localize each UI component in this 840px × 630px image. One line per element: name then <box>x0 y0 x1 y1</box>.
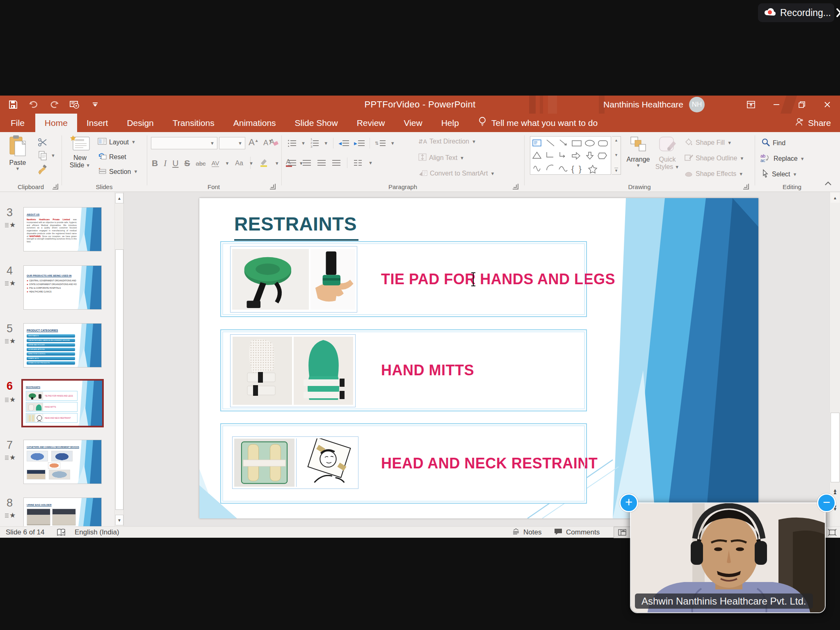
shapes-gallery-scroll[interactable]: ▲ ▼ ▼ <box>612 136 621 175</box>
head-neck-restraint-image[interactable] <box>232 436 358 489</box>
text-direction-button[interactable]: ⇵A Text Direction▼ <box>418 138 476 145</box>
scroll-up-icon[interactable]: ▲ <box>614 138 618 142</box>
slide-item-label[interactable]: HEAD AND NECK RESTRAINT <box>381 424 598 503</box>
slide-row-head-neck[interactable]: HEAD AND NECK RESTRAINT <box>220 423 587 504</box>
thumbnail-scrollbar[interactable]: ▲ ▼ <box>114 192 123 526</box>
zoom-in-button[interactable]: + <box>619 493 638 512</box>
slide-title[interactable]: RESTRAINTS <box>234 213 358 241</box>
shape-effects-button[interactable]: Shape Effects▼ <box>684 169 743 179</box>
change-case-button[interactable]: Aa <box>235 160 243 167</box>
bold-button[interactable]: B <box>152 158 158 168</box>
slide-row-tie-pad[interactable]: TIE PAD FOR HANDS AND LEGS <box>220 241 587 317</box>
restore-button[interactable] <box>789 96 815 114</box>
slide-row-hand-mitts[interactable]: HAND MITTS <box>220 329 587 411</box>
more-shapes-icon[interactable]: ▼ <box>614 168 618 173</box>
align-text-button[interactable]: Align Text▼ <box>418 153 464 162</box>
thumbnail-slide-5[interactable]: PRODUCT CATEGORIES RESTRAINTS CATHETERS … <box>23 323 102 368</box>
clipboard-dialog-launcher[interactable] <box>52 184 58 189</box>
reset-button[interactable]: Reset <box>98 153 126 162</box>
strikethrough-button[interactable]: S <box>184 158 190 168</box>
animation-indicator[interactable]: ★ <box>5 221 16 229</box>
slide-canvas[interactable]: RESTRAINTS TIE PAD FOR HANDS AND LEGS <box>199 198 758 518</box>
shapes-gallery[interactable]: { } <box>530 136 611 175</box>
spell-check-button[interactable] <box>57 527 66 538</box>
align-right-button[interactable] <box>317 160 326 166</box>
scroll-up-button[interactable]: ▲ <box>115 193 123 203</box>
notes-button[interactable]: Notes <box>512 527 541 538</box>
highlight-color-button[interactable] <box>259 158 269 169</box>
animation-indicator[interactable]: ★ <box>5 395 16 404</box>
tab-animations[interactable]: Animations <box>224 114 285 132</box>
slide-scrollbar[interactable]: ▲ ▲▲ ▼▼ <box>829 192 840 526</box>
normal-view-button[interactable] <box>614 527 631 538</box>
account-area[interactable]: Nanthinis Healthcare NH <box>603 96 705 114</box>
columns-button[interactable] <box>354 160 362 166</box>
avatar[interactable]: NH <box>689 97 705 112</box>
tie-pad-image[interactable] <box>230 246 357 313</box>
minimize-button[interactable] <box>764 96 789 114</box>
scrollbar-thumb[interactable] <box>115 249 123 510</box>
clear-formatting-button[interactable]: A <box>269 137 279 149</box>
find-button[interactable]: Find <box>761 138 785 148</box>
slide-indicator[interactable]: Slide 6 of 14 <box>6 527 45 538</box>
underline-button[interactable]: U <box>172 158 178 168</box>
tab-file[interactable]: File <box>0 114 35 132</box>
webcam-overlay[interactable]: Ashwin Nanthinis Healthcare Pvt. Ltd. <box>630 502 826 613</box>
font-name-combo[interactable]: ▼ <box>151 137 217 149</box>
scroll-down-button[interactable]: ▼ <box>115 515 123 525</box>
font-dialog-launcher[interactable] <box>270 184 276 189</box>
slide-item-label[interactable]: TIE PAD FOR HANDS AND LEGS <box>381 242 615 316</box>
layout-button[interactable]: Layout▼ <box>98 138 136 146</box>
thumbnail-slide-6-selected[interactable]: RESTRAINTS TIE PAD FOR HANDS AND LEGS HA… <box>21 379 104 427</box>
language-indicator[interactable]: English (India) <box>75 527 119 538</box>
copy-button[interactable] <box>36 150 49 161</box>
cut-button[interactable] <box>36 137 49 148</box>
justify-button[interactable] <box>332 160 340 166</box>
arrange-button[interactable]: Arrange ▼ <box>626 135 651 168</box>
line-spacing-button[interactable]: ⇅ <box>375 140 386 146</box>
scrollbar-thumb[interactable] <box>831 413 840 482</box>
dropdown-arrow-icon[interactable]: ▼ <box>51 153 55 158</box>
collapse-ribbon-button[interactable] <box>824 180 832 187</box>
animation-indicator[interactable]: ★ <box>5 511 16 520</box>
new-slide-button[interactable]: New Slide▼ <box>66 135 94 169</box>
numbering-button[interactable]: 123 <box>310 138 319 148</box>
fit-slide-to-window-button[interactable] <box>828 527 837 538</box>
animation-indicator[interactable]: ★ <box>5 337 16 345</box>
slide-thumbnail-panel[interactable]: 3 ★ ABOUT US Nanthinis Healthcare Privat… <box>0 192 124 526</box>
animation-indicator[interactable]: ★ <box>5 279 16 288</box>
thumbnail-slide-4[interactable]: OUR PRODUCTS ARE BEING USED IN ► CENTRAL… <box>23 265 102 310</box>
tab-design[interactable]: Design <box>117 114 163 132</box>
hand-mitts-image[interactable] <box>230 334 356 407</box>
strikethrough-abc-button[interactable]: abc <box>196 160 205 167</box>
thumbnail-slide-7[interactable]: CATHETERS AND CANNULA SECUREMENT DEVICES <box>23 440 102 484</box>
tab-home[interactable]: Home <box>35 114 77 132</box>
animation-indicator[interactable]: ★ <box>5 453 16 462</box>
tab-transitions[interactable]: Transitions <box>163 114 224 132</box>
comments-button[interactable]: Comments <box>554 527 600 538</box>
scroll-down-icon[interactable]: ▼ <box>614 153 618 157</box>
bullets-button[interactable] <box>288 140 296 147</box>
shape-outline-button[interactable]: Shape Outline▼ <box>684 153 744 163</box>
select-button[interactable]: Select▼ <box>761 169 797 180</box>
paragraph-dialog-launcher[interactable] <box>513 184 518 189</box>
tab-help[interactable]: Help <box>432 114 468 132</box>
recording-badge[interactable]: Recording... <box>758 3 834 22</box>
tell-me-box[interactable]: Tell me what you want to do <box>478 114 598 132</box>
font-size-combo[interactable]: ▼ <box>219 137 245 149</box>
paste-button[interactable]: Paste ▼ <box>5 135 30 171</box>
align-left-button[interactable] <box>288 160 296 166</box>
convert-to-smartart-button[interactable]: Convert to SmartArt▼ <box>418 169 495 178</box>
ribbon-display-options-button[interactable] <box>738 96 764 114</box>
slide-item-label[interactable]: HAND MITTS <box>381 330 474 411</box>
scroll-up-button[interactable]: ▲ <box>831 193 840 203</box>
thumbnail-slide-8[interactable]: URINE BAG HOLDER <box>23 498 102 526</box>
character-spacing-button[interactable]: AV <box>212 160 219 167</box>
italic-button[interactable]: I <box>164 158 167 169</box>
increase-indent-button[interactable]: ▶ <box>354 140 365 146</box>
share-button[interactable]: Share <box>795 114 831 132</box>
align-center-button[interactable] <box>303 160 311 166</box>
thumbnail-slide-3[interactable]: ABOUT US Nanthinis Healthcare Private Li… <box>23 207 102 251</box>
tab-review[interactable]: Review <box>347 114 395 132</box>
tab-view[interactable]: View <box>395 114 432 132</box>
